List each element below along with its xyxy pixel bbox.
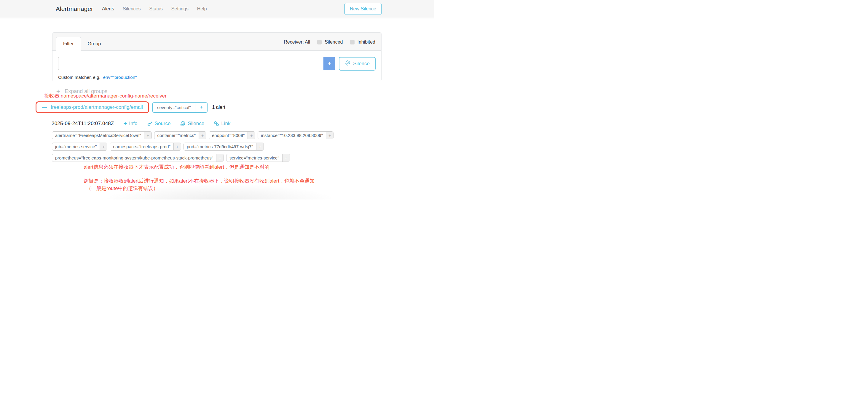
matcher-input[interactable] [58, 57, 323, 70]
custom-matcher-hint-row: Custom matcher, e.g. env="production" [58, 75, 376, 80]
source-action-label: Source [155, 121, 171, 127]
annotation-alert-note: alert信息必须在接收器下才表示配置成功，否则即使能看到alert，但是通知是… [84, 164, 270, 171]
bell-slash-icon [180, 121, 186, 127]
inhibited-label: Inhibited [358, 39, 376, 45]
annotation-logic-note: 逻辑是：接收器收到alert后进行通知，如果alert不在接收器下，说明接收器没… [84, 178, 314, 184]
tab-group[interactable]: Group [81, 37, 107, 51]
navbar: Alertmanager Alerts Silences Status Sett… [0, 0, 434, 19]
filter-card: Filter Group Receiver: All Silenced Inhi… [52, 32, 381, 81]
label-pill-namespace[interactable]: namespace="freeleaps-prod" + [110, 143, 181, 151]
label-add-button[interactable]: + [256, 143, 264, 150]
matcher-row: + Silence [58, 57, 376, 70]
label-pill-container[interactable]: container="metrics" + [154, 131, 206, 139]
label-text: namespace="freeleaps-prod" [110, 143, 174, 150]
label-add-button[interactable]: + [144, 132, 152, 139]
tab-filter[interactable]: Filter [56, 37, 81, 51]
bell-slash-icon [345, 60, 350, 67]
receiver-group-label: freeleaps-prod/alertmanager-config/email [51, 104, 143, 110]
alertmanager-app: Alertmanager Alerts Silences Status Sett… [0, 0, 434, 200]
silence-action-label: Silence [188, 121, 204, 127]
alert-count: 1 alert [212, 105, 225, 110]
label-pill-alertname[interactable]: alertname="FreeleapsMetricsServiceDown" … [52, 131, 152, 139]
silence-button[interactable]: Silence [339, 57, 376, 70]
minus-icon [42, 107, 47, 108]
label-text: prometheus="freeleaps-monitoring-system/… [52, 154, 216, 161]
alert-timestamp: 2025-09-24T11:20:07.048Z [52, 121, 114, 127]
matcher-input-group: + [58, 57, 335, 70]
label-add-button[interactable]: + [248, 132, 255, 139]
label-add-button[interactable]: + [326, 132, 333, 139]
receiver-filter[interactable]: Receiver: All [284, 39, 310, 45]
plus-icon: + [124, 121, 127, 127]
app-brand[interactable]: Alertmanager [56, 5, 93, 12]
alert-header: 2025-09-24T11:20:07.048Z + Info Source [52, 121, 230, 127]
annotation-logic-note-2: （一般是route中的逻辑有错误） [86, 185, 158, 192]
silenced-label: Silenced [324, 39, 343, 45]
label-pill-prometheus[interactable]: prometheus="freeleaps-monitoring-system/… [52, 154, 224, 162]
label-pill-instance[interactable]: instance="10.233.98.209:8009" + [258, 131, 334, 139]
nav-alerts[interactable]: Alerts [102, 6, 114, 11]
label-text: pod="metrics-77d9cdb497-wdsj7" [184, 143, 256, 150]
annotation-receiver-note: 接收器:namespace/altermanager-config-name/r… [44, 92, 166, 99]
custom-matcher-hint: Custom matcher, e.g. [58, 75, 100, 80]
filter-card-body: + Silence Custom mat [53, 51, 381, 80]
link-icon [214, 121, 219, 126]
label-pill-service[interactable]: service="metrics-service" + [226, 154, 290, 162]
label-text: alertname="FreeleapsMetricsServiceDown" [52, 132, 144, 139]
group-key-add-button[interactable]: + [195, 102, 207, 112]
receiver-group-button[interactable]: freeleaps-prod/alertmanager-config/email [38, 102, 147, 112]
link-action[interactable]: Link [214, 121, 230, 127]
label-add-button[interactable]: + [216, 154, 223, 161]
label-text: instance="10.233.98.209:8009" [258, 132, 326, 139]
group-key-control: severity="critical" + [152, 102, 208, 113]
chart-line-icon [147, 121, 153, 127]
nav-silences[interactable]: Silences [123, 6, 141, 11]
new-silence-button[interactable]: New Silence [344, 3, 381, 15]
label-pill-pod[interactable]: pod="metrics-77d9cdb497-wdsj7" + [184, 143, 264, 151]
receiver-highlight-box: freeleaps-prod/alertmanager-config/email [36, 101, 149, 113]
silence-button-label: Silence [353, 61, 370, 67]
silenced-checkbox[interactable] [317, 40, 322, 44]
group-key-label: severity="critical" [153, 102, 195, 112]
nav-help[interactable]: Help [197, 6, 207, 11]
label-text: endpoint="8009" [209, 132, 248, 139]
label-add-button[interactable]: + [174, 143, 181, 150]
silence-action[interactable]: Silence [180, 121, 204, 127]
main-content: Filter Group Receiver: All Silenced Inhi… [0, 19, 434, 199]
inhibited-checkbox[interactable] [350, 40, 354, 44]
label-pill-job[interactable]: job="metrics-service" + [52, 143, 107, 151]
label-text: container="metrics" [154, 132, 198, 139]
label-add-button[interactable]: + [198, 132, 206, 139]
main-nav: Alerts Silences Status Settings Help [102, 6, 207, 11]
info-action[interactable]: + Info [124, 121, 137, 127]
nav-status[interactable]: Status [149, 6, 162, 11]
filter-card-header: Filter Group Receiver: All Silenced Inhi… [53, 33, 381, 51]
info-action-label: Info [129, 121, 137, 127]
filter-options: Receiver: All Silenced Inhibited [284, 39, 375, 51]
matcher-example-link[interactable]: env="production" [103, 75, 137, 80]
label-text: service="metrics-service" [226, 154, 282, 161]
link-action-label: Link [221, 121, 230, 127]
label-add-button[interactable]: + [282, 154, 290, 161]
label-pill-endpoint[interactable]: endpoint="8009" + [209, 131, 255, 139]
alert-group-row: freeleaps-prod/alertmanager-config/email… [36, 101, 225, 113]
label-text: job="metrics-service" [52, 143, 100, 150]
nav-settings[interactable]: Settings [172, 6, 189, 11]
source-action[interactable]: Source [147, 121, 171, 127]
add-matcher-button[interactable]: + [323, 57, 335, 70]
label-add-button[interactable]: + [100, 143, 107, 150]
alert-labels: alertname="FreeleapsMetricsServiceDown" … [52, 131, 350, 162]
